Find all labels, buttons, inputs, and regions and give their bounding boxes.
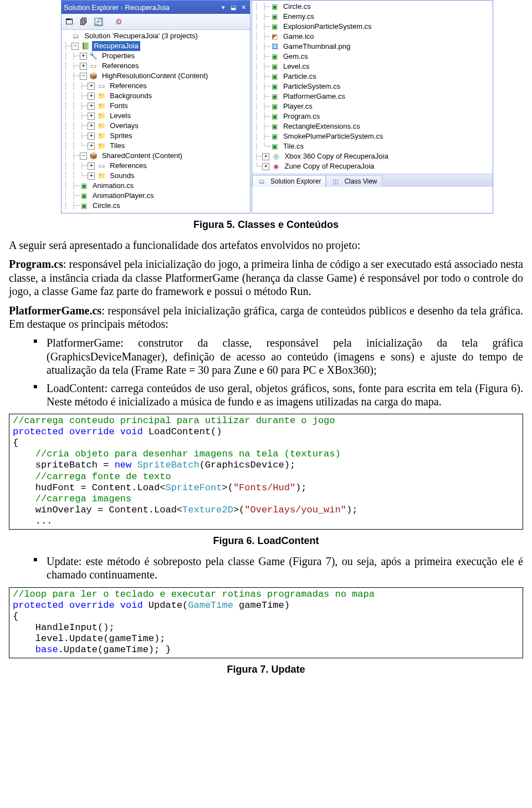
references-icon: ▭ — [97, 161, 106, 170]
shared-node[interactable]: SharedContent (Content) — [100, 151, 184, 161]
csharp-icon: ▣ — [270, 122, 279, 131]
collapse-glyph[interactable]: − — [71, 43, 79, 50]
refresh-icon[interactable]: 🔄 — [93, 16, 104, 27]
csharp-icon: ▣ — [270, 72, 279, 81]
solution-icon: 🗂 — [71, 32, 80, 40]
file-level[interactable]: Level.cs — [282, 62, 311, 72]
file-animation[interactable]: Animation.cs — [91, 181, 135, 191]
csharp-icon: ▣ — [270, 82, 279, 91]
references-node[interactable]: References — [100, 61, 140, 71]
properties-node[interactable]: Properties — [100, 51, 136, 61]
solution-explorer-left: Solution Explorer - RecuperaJoia ▾ ⬓ ✕ 🗔… — [61, 0, 250, 214]
folder-levels[interactable]: Levels — [108, 111, 132, 121]
folder-sounds[interactable]: Sounds — [108, 171, 136, 181]
program-rest: : responsável pela inicialização do jogo… — [9, 258, 523, 297]
file-circle[interactable]: Circle.cs — [282, 2, 313, 12]
folder-tiles[interactable]: Tiles — [108, 141, 126, 151]
expand-glyph[interactable]: + — [262, 153, 269, 160]
program-paragraph: Program.cs: responsável pela inicializaç… — [9, 257, 523, 298]
file-eps[interactable]: ExplosionParticleSystem.cs — [282, 22, 374, 32]
panel-toolbar: 🗔 🗐 🔄 ⚙ — [62, 14, 250, 30]
csharp-icon: ▣ — [270, 52, 279, 61]
xbox-icon: ◎ — [272, 152, 280, 161]
collapse-glyph[interactable]: − — [80, 73, 87, 80]
solution-tree-right[interactable]: │ ├─▣Circle.cs │ ├─▣Enemy.cs │ ├─▣Explos… — [252, 1, 493, 174]
expand-glyph[interactable]: + — [80, 53, 87, 60]
folder-fonts[interactable]: Fonts — [108, 101, 130, 111]
file-program[interactable]: Program.cs — [282, 111, 321, 121]
folder-icon: 📁 — [97, 131, 106, 140]
folder-backgrounds[interactable]: Backgrounds — [108, 91, 154, 101]
project-node[interactable]: RecuperaJoia — [92, 41, 140, 51]
figure-5-caption: Figura 5. Classes e Conteúdos — [9, 219, 523, 231]
file-thumb[interactable]: GameThumbnail.png — [282, 42, 352, 52]
file-circle[interactable]: Circle.cs — [91, 201, 122, 211]
collapse-glyph[interactable]: − — [80, 153, 87, 160]
expand-glyph[interactable]: + — [88, 83, 95, 90]
tab-solution-explorer[interactable]: 🗂 Solution Explorer — [252, 175, 326, 187]
solution-tree[interactable]: 🗂Solution 'RecuperaJoia' (3 projects) ├─… — [62, 30, 250, 213]
file-platformer[interactable]: PlatformerGame.cs — [282, 92, 347, 101]
project-zune[interactable]: Zune Copy of RecuperaJoia — [283, 161, 376, 171]
pin-icon[interactable]: ⬓ — [229, 3, 238, 12]
folder-icon: 📁 — [97, 121, 106, 130]
folder-sprites[interactable]: Sprites — [108, 131, 134, 141]
code-view-icon[interactable]: ⚙ — [113, 16, 124, 27]
folder-icon: 📁 — [97, 101, 106, 110]
project-xbox[interactable]: Xbox 360 Copy of RecuperaJoia — [283, 151, 390, 161]
intro-paragraph: A seguir será apresentado a funcionalida… — [9, 238, 523, 252]
show-all-icon[interactable]: 🗐 — [78, 16, 89, 27]
properties-icon[interactable]: 🗔 — [64, 16, 75, 27]
file-enemy[interactable]: Enemy.cs — [282, 12, 316, 22]
file-tile[interactable]: Tile.cs — [282, 141, 305, 151]
folder-icon: 📁 — [97, 141, 106, 150]
file-particle[interactable]: Particle.cs — [282, 72, 318, 82]
expand-glyph[interactable]: + — [88, 123, 95, 130]
expand-glyph[interactable]: + — [88, 103, 95, 110]
tab-class-view[interactable]: ◫ Class View — [326, 175, 382, 187]
solution-explorer-tab-icon: 🗂 — [257, 177, 266, 186]
folder-overlays[interactable]: Overlays — [108, 121, 140, 131]
references-icon: ▭ — [89, 62, 98, 70]
file-psystem[interactable]: ParticleSystem.cs — [282, 82, 342, 92]
file-player[interactable]: Player.cs — [282, 101, 314, 111]
zune-icon: ◉ — [272, 162, 280, 171]
file-animationplayer[interactable]: AnimationPlayer.cs — [91, 191, 156, 201]
csharp-icon: ▣ — [270, 92, 279, 101]
csharp-icon: ▣ — [80, 181, 89, 190]
expand-glyph[interactable]: + — [88, 93, 95, 100]
csharp-icon: ▣ — [270, 2, 279, 11]
method-list: PlatformerGame: construtor da classe, re… — [9, 336, 523, 408]
file-smoke[interactable]: SmokePlumeParticleSystem.cs — [282, 131, 385, 141]
close-icon[interactable]: ✕ — [239, 3, 248, 12]
bottom-tabs: 🗂 Solution Explorer ◫ Class View — [252, 174, 493, 187]
file-gameico[interactable]: Game.ico — [282, 32, 316, 42]
panel-titlebar: Solution Explorer - RecuperaJoia ▾ ⬓ ✕ — [62, 1, 250, 14]
solution-explorer-right: │ ├─▣Circle.cs │ ├─▣Enemy.cs │ ├─▣Explos… — [252, 0, 493, 214]
expand-glyph[interactable]: + — [88, 143, 95, 150]
expand-glyph[interactable]: + — [80, 63, 87, 70]
project-icon: 📗 — [81, 42, 90, 50]
shared-references[interactable]: References — [108, 161, 148, 171]
file-rect[interactable]: RectangleExtensions.cs — [282, 121, 362, 131]
expand-glyph[interactable]: + — [262, 163, 269, 170]
expand-glyph[interactable]: + — [88, 133, 95, 140]
platformer-term: PlatformerGame.cs — [9, 304, 101, 317]
image-icon: 🖼 — [270, 42, 279, 51]
solution-node[interactable]: Solution 'RecuperaJoia' (3 projects) — [83, 31, 199, 41]
file-gem[interactable]: Gem.cs — [282, 52, 310, 62]
hires-node[interactable]: HighResolutionContent (Content) — [100, 71, 210, 81]
csharp-icon: ▣ — [270, 62, 279, 71]
expand-glyph[interactable]: + — [88, 172, 95, 180]
hires-references[interactable]: References — [108, 81, 148, 91]
expand-glyph[interactable]: + — [88, 113, 95, 120]
expand-glyph[interactable]: + — [88, 162, 95, 170]
figure-6-caption: Figura 6. LoadContent — [9, 535, 523, 547]
program-term: Program.cs — [9, 258, 63, 270]
content-icon: 📦 — [89, 151, 98, 160]
folder-icon: 📁 — [97, 111, 106, 120]
dropdown-icon[interactable]: ▾ — [219, 3, 228, 12]
csharp-icon: ▣ — [80, 191, 89, 200]
csharp-icon: ▣ — [270, 132, 279, 141]
wrench-icon: 🔧 — [89, 52, 98, 60]
